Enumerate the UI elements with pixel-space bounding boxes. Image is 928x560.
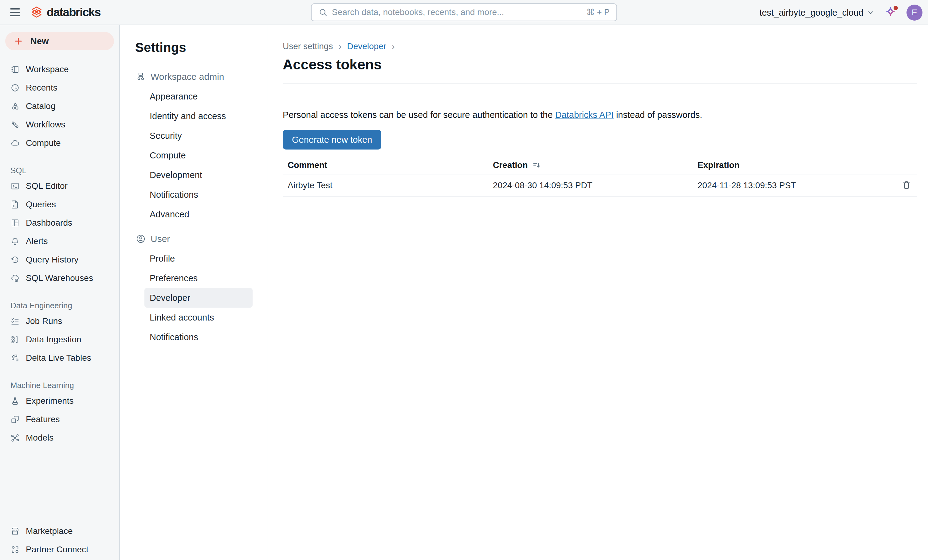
sidebar-item-workspace[interactable]: Workspace — [0, 60, 119, 79]
column-header-expiration[interactable]: Expiration — [693, 156, 892, 174]
plus-icon — [14, 37, 23, 46]
sql-warehouses-icon — [11, 274, 20, 283]
notification-dot — [894, 6, 898, 10]
sidebar-item-dashboards[interactable]: Dashboards — [0, 214, 119, 232]
query-history-icon — [11, 255, 20, 264]
sidebar-item-delta-live-tables[interactable]: Delta Live Tables — [0, 349, 119, 367]
settings-item-compute[interactable]: Compute — [144, 146, 253, 165]
settings-group-label: User — [151, 234, 170, 244]
page-title: Access tokens — [283, 56, 917, 73]
settings-item-developer[interactable]: Developer — [144, 288, 253, 307]
sidebar-item-sql-warehouses[interactable]: SQL Warehouses — [0, 269, 119, 288]
settings-item-notifications-admin[interactable]: Notifications — [144, 185, 253, 204]
workspace-selector[interactable]: test_airbyte_google_cloud — [759, 8, 875, 18]
sidebar-item-recents[interactable]: Recents — [0, 79, 119, 97]
chevron-down-icon — [867, 9, 875, 17]
settings-item-identity-and-access[interactable]: Identity and access — [144, 106, 253, 126]
queries-icon — [11, 200, 20, 209]
databricks-app: databricks ⌘ + P test_airbyte_google_clo… — [0, 0, 928, 560]
breadcrumb-separator: › — [338, 41, 341, 52]
settings-item-security[interactable]: Security — [144, 126, 253, 146]
sidebar-section-machine-learning: Machine Learning — [0, 379, 119, 392]
sidebar-item-models[interactable]: Models — [0, 429, 119, 447]
settings-item-linked-accounts[interactable]: Linked accounts — [144, 307, 253, 327]
search-input[interactable] — [332, 8, 582, 17]
title-divider — [283, 84, 917, 84]
workspace-name: test_airbyte_google_cloud — [759, 8, 864, 18]
settings-item-development[interactable]: Development — [144, 165, 253, 185]
new-button-label: New — [31, 36, 49, 46]
workflows-icon — [11, 120, 20, 129]
avatar-initial: E — [912, 8, 917, 17]
sidebar-item-alerts[interactable]: Alerts — [0, 232, 119, 251]
generate-new-token-button[interactable]: Generate new token — [283, 130, 382, 149]
settings-group-workspace-admin[interactable]: Workspace admin — [120, 71, 268, 82]
delta-live-tables-icon — [11, 353, 20, 362]
sort-desc-icon — [532, 161, 541, 169]
sql-editor-icon — [11, 181, 20, 191]
sidebar-item-workflows[interactable]: Workflows — [0, 116, 119, 134]
settings-item-preferences[interactable]: Preferences — [144, 268, 253, 288]
sidebar-item-queries[interactable]: Queries — [0, 195, 119, 214]
sidebar-section-data-engineering: Data Engineering — [0, 299, 119, 312]
features-icon — [11, 415, 20, 424]
sidebar-item-catalog[interactable]: Catalog — [0, 97, 119, 116]
sidebar-item-query-history[interactable]: Query History — [0, 251, 119, 269]
databricks-logo-text: databricks — [47, 6, 101, 19]
databricks-api-link[interactable]: Databricks API — [555, 110, 614, 120]
recents-icon — [11, 83, 20, 93]
sidebar-item-sql-editor[interactable]: SQL Editor — [0, 177, 119, 195]
table-header-row: Comment Creation Expiration — [283, 156, 917, 174]
sidebar-item-job-runs[interactable]: Job Runs — [0, 312, 119, 330]
settings-panel: Settings Workspace admin Appearance Iden… — [120, 25, 268, 560]
partner-connect-icon — [11, 545, 20, 554]
token-expiration-cell: 2024-11-28 13:09:53 PST — [693, 174, 892, 197]
column-header-actions — [892, 156, 917, 174]
column-header-comment[interactable]: Comment — [283, 156, 488, 174]
compute-icon — [11, 138, 20, 148]
databricks-logo-icon — [30, 6, 43, 19]
settings-group-label: Workspace admin — [151, 72, 224, 82]
breadcrumb-user-settings[interactable]: User settings — [283, 41, 333, 51]
breadcrumb-developer[interactable]: Developer — [347, 41, 386, 51]
marketplace-icon — [11, 527, 20, 536]
user-items: Profile Preferences Developer Linked acc… — [120, 249, 268, 347]
breadcrumb: User settings › Developer › — [283, 41, 917, 52]
main-content: User settings › Developer › Access token… — [268, 25, 928, 560]
alerts-icon — [11, 237, 20, 246]
delete-token-button[interactable] — [901, 179, 913, 192]
global-search[interactable]: ⌘ + P — [311, 3, 617, 21]
settings-item-notifications-user[interactable]: Notifications — [144, 327, 253, 347]
settings-item-profile[interactable]: Profile — [144, 249, 253, 268]
table-row: Airbyte Test 2024-08-30 14:09:53 PDT 202… — [283, 174, 917, 197]
sidebar-ml-group: Experiments Features Models — [0, 392, 119, 447]
job-runs-icon — [11, 317, 20, 326]
sidebar-item-features[interactable]: Features — [0, 410, 119, 429]
token-comment-cell: Airbyte Test — [283, 174, 488, 197]
experiments-icon — [11, 396, 20, 406]
sidebar-item-marketplace[interactable]: Marketplace — [0, 522, 119, 540]
sidebar-sql-group: SQL Editor Queries Dashboards — [0, 177, 119, 288]
sidebar-nav: Workspace Recents Catalog — [0, 60, 119, 152]
sidebar-item-experiments[interactable]: Experiments — [0, 392, 119, 410]
trash-icon — [902, 180, 911, 190]
models-icon — [11, 433, 20, 443]
sidebar: New Workspace Recents — [0, 25, 120, 560]
sidebar-section-sql: SQL — [0, 164, 119, 177]
org-chart-icon — [136, 72, 146, 82]
topbar: databricks ⌘ + P test_airbyte_google_clo… — [0, 0, 928, 25]
settings-item-appearance[interactable]: Appearance — [144, 87, 253, 106]
column-header-creation[interactable]: Creation — [488, 156, 693, 174]
settings-group-user[interactable]: User — [120, 233, 268, 244]
new-button[interactable]: New — [5, 32, 114, 50]
sidebar-item-compute[interactable]: Compute — [0, 134, 119, 152]
sidebar-item-partner-connect[interactable]: Partner Connect — [0, 540, 119, 559]
assistant-button[interactable] — [883, 5, 898, 20]
sidebar-item-data-ingestion[interactable]: Data Ingestion — [0, 330, 119, 349]
breadcrumb-separator: › — [392, 41, 395, 52]
catalog-icon — [11, 102, 20, 111]
hamburger-menu-button[interactable] — [4, 3, 26, 21]
settings-item-advanced[interactable]: Advanced — [144, 204, 253, 224]
databricks-logo[interactable]: databricks — [30, 6, 101, 19]
avatar[interactable]: E — [907, 5, 922, 21]
